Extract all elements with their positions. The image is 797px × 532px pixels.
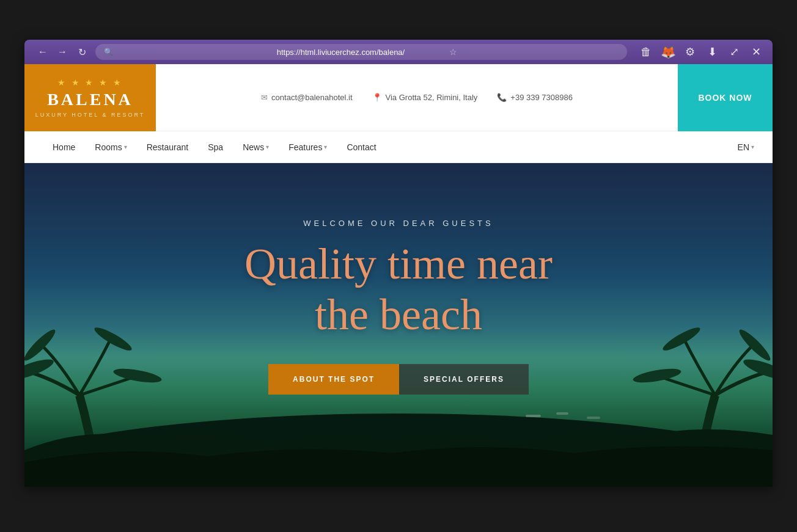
address-contact: 📍 Via Grotta 52, Rimini, Italy [372,93,478,102]
close-icon[interactable]: ✕ [747,43,765,61]
bookmark-icon[interactable]: ☆ [449,47,619,57]
logo-tagline: LUXURY HOTEL & RESORT [35,112,145,118]
svg-rect-11 [587,417,600,419]
phone-icon: 📞 [497,93,507,102]
top-bar: ★ ★ ★ ★ ★ BALENA LUXURY HOTEL & RESORT ✉… [24,64,773,131]
nav-rooms[interactable]: Rooms ▾ [85,131,136,163]
special-offers-button[interactable]: SPECIAL OFFERS [399,364,529,395]
nav-items: Home Rooms ▾ Restaurant Spa News ▾ Featu… [43,131,738,163]
book-now-button[interactable]: BOOK NOW [678,64,773,131]
rooms-arrow: ▾ [124,144,127,150]
location-icon: 📍 [372,93,382,102]
lang-arrow: ▾ [751,144,754,150]
news-arrow: ▾ [266,144,269,150]
nav-contact[interactable]: Contact [337,131,386,163]
browser-titlebar: ← → ↻ 🔍 https://html.liviucerchez.com/ba… [24,40,773,64]
phone-text: +39 339 7308986 [510,93,573,102]
address-text: Via Grotta 52, Rimini, Italy [386,93,478,102]
nav-home[interactable]: Home [43,131,85,163]
browser-nav-buttons: ← → ↻ [34,43,90,60]
hero-title: Quality time near the beach [244,239,553,340]
search-icon: 🔍 [104,48,273,56]
svg-point-7 [661,324,703,354]
settings-icon[interactable]: ⚙ [681,43,699,61]
download-icon[interactable]: ⬇ [703,43,721,61]
email-contact: ✉ contact@balenahotel.it [261,93,352,102]
svg-point-3 [92,324,134,354]
nav-restaurant[interactable]: Restaurant [137,131,198,163]
contact-bar: ✉ contact@balenahotel.it 📍 Via Grotta 52… [156,64,678,131]
logo-stars: ★ ★ ★ ★ ★ [57,78,123,87]
expand-icon[interactable]: ⤢ [725,43,743,61]
navbar: Home Rooms ▾ Restaurant Spa News ▾ Featu… [24,131,773,163]
about-spot-button[interactable]: ABOUT THE SPOT [268,364,399,395]
hero-content: WELCOME OUR DEAR GUESTS Quality time nea… [244,219,553,395]
email-icon: ✉ [261,93,268,102]
back-button[interactable]: ← [34,43,51,60]
language-selector[interactable]: EN ▾ [738,142,754,152]
logo-name: BALENA [47,90,133,109]
svg-rect-10 [556,412,568,415]
hero-title-line1: Quality time near [244,239,553,288]
firefox-icon[interactable]: 🦊 [659,43,677,61]
nav-news[interactable]: News ▾ [233,131,279,163]
website-content: ★ ★ ★ ★ ★ BALENA LUXURY HOTEL & RESORT ✉… [24,64,773,487]
refresh-button[interactable]: ↻ [73,43,90,60]
features-arrow: ▾ [324,144,327,150]
lang-label: EN [738,142,749,152]
browser-toolbar: 🗑 🦊 ⚙ ⬇ ⤢ ✕ [637,43,765,61]
phone-contact: 📞 +39 339 7308986 [497,93,573,102]
trash-icon[interactable]: 🗑 [637,43,655,61]
hero-buttons: ABOUT THE SPOT SPECIAL OFFERS [244,364,553,395]
address-bar[interactable]: 🔍 https://html.liviucerchez.com/balena/ … [95,44,627,60]
nav-features[interactable]: Features ▾ [279,131,337,163]
hero-subtitle: WELCOME OUR DEAR GUESTS [244,219,553,228]
url-text: https://html.liviucerchez.com/balena/ [277,48,446,57]
forward-button[interactable]: → [54,43,71,60]
logo-section: ★ ★ ★ ★ ★ BALENA LUXURY HOTEL & RESORT [24,64,156,131]
svg-rect-9 [526,415,541,417]
nav-spa[interactable]: Spa [198,131,233,163]
hero-section: WELCOME OUR DEAR GUESTS Quality time nea… [24,163,773,487]
hero-title-line2: the beach [315,290,482,339]
email-text: contact@balenahotel.it [271,93,352,102]
